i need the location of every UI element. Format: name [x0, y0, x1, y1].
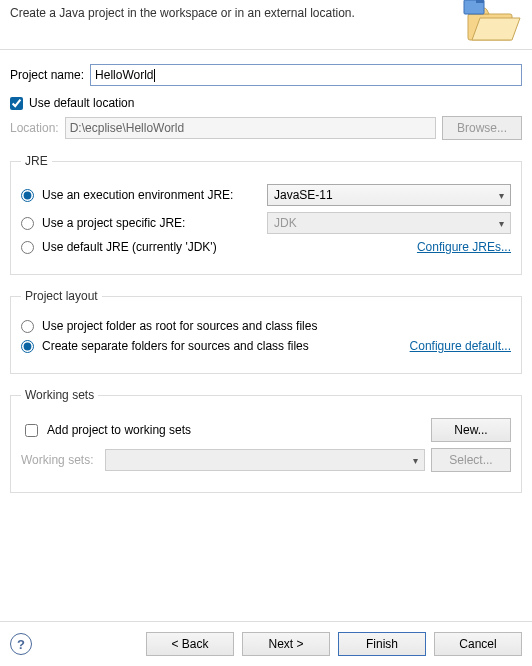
project-name-label: Project name: [10, 68, 84, 82]
browse-button: Browse... [442, 116, 522, 140]
jre-legend: JRE [21, 154, 52, 168]
wizard-header: Create a Java project in the workspace o… [0, 0, 532, 50]
layout-separate-radio[interactable] [21, 340, 34, 353]
select-working-set-button: Select... [431, 448, 511, 472]
jre-exec-env-label: Use an execution environment JRE: [42, 188, 233, 202]
location-row: Location: Browse... [10, 116, 522, 140]
working-sets-combo: ▾ [105, 449, 425, 471]
jre-exec-env-combo[interactable]: JavaSE-11 ▾ [267, 184, 511, 206]
jre-project-specific-radio[interactable] [21, 217, 34, 230]
location-input [65, 117, 436, 139]
jre-default-row: Use default JRE (currently 'JDK') Config… [21, 240, 511, 254]
new-working-set-button[interactable]: New... [431, 418, 511, 442]
project-layout-group: Project layout Use project folder as roo… [10, 289, 522, 374]
jre-default-label: Use default JRE (currently 'JDK') [42, 240, 217, 254]
layout-separate-row: Create separate folders for sources and … [21, 339, 511, 353]
next-button[interactable]: Next > [242, 632, 330, 656]
add-to-working-sets-label: Add project to working sets [47, 423, 425, 437]
text-cursor [154, 69, 155, 82]
working-sets-select-row: Working sets: ▾ Select... [21, 448, 511, 472]
add-to-working-sets-checkbox[interactable] [25, 424, 38, 437]
svg-rect-2 [476, 0, 484, 3]
jre-group: JRE Use an execution environment JRE: Ja… [10, 154, 522, 275]
working-sets-group: Working sets Add project to working sets… [10, 388, 522, 493]
project-name-input[interactable]: HelloWorld [90, 64, 522, 86]
chevron-down-icon: ▾ [499, 218, 504, 229]
configure-jres-link[interactable]: Configure JREs... [417, 240, 511, 254]
back-button[interactable]: < Back [146, 632, 234, 656]
cancel-button[interactable]: Cancel [434, 632, 522, 656]
project-name-row: Project name: HelloWorld [10, 64, 522, 86]
layout-root-row: Use project folder as root for sources a… [21, 319, 511, 333]
jre-exec-env-radio[interactable] [21, 189, 34, 202]
jre-project-specific-row: Use a project specific JRE: JDK ▾ [21, 212, 511, 234]
help-icon[interactable]: ? [10, 633, 32, 655]
use-default-location-checkbox[interactable]: Use default location [10, 96, 522, 110]
chevron-down-icon: ▾ [413, 455, 418, 466]
wizard-footer: ? < Back Next > Finish Cancel [0, 621, 532, 666]
jre-project-specific-label: Use a project specific JRE: [42, 216, 185, 230]
location-label: Location: [10, 121, 59, 135]
add-to-working-sets-row: Add project to working sets New... [21, 418, 511, 442]
project-layout-legend: Project layout [21, 289, 102, 303]
finish-button[interactable]: Finish [338, 632, 426, 656]
use-default-checkbox-input[interactable] [10, 97, 23, 110]
folder-icon [462, 0, 522, 46]
working-sets-label: Working sets: [21, 453, 93, 467]
working-sets-legend: Working sets [21, 388, 98, 402]
configure-default-link[interactable]: Configure default... [410, 339, 511, 353]
layout-root-radio[interactable] [21, 320, 34, 333]
jre-exec-env-row: Use an execution environment JRE: JavaSE… [21, 184, 511, 206]
use-default-label: Use default location [29, 96, 134, 110]
wizard-subtitle: Create a Java project in the workspace o… [10, 4, 355, 20]
layout-root-label: Use project folder as root for sources a… [42, 319, 317, 333]
wizard-body: Project name: HelloWorld Use default loc… [0, 50, 532, 503]
layout-separate-label: Create separate folders for sources and … [42, 339, 309, 353]
jre-project-specific-combo: JDK ▾ [267, 212, 511, 234]
chevron-down-icon: ▾ [499, 190, 504, 201]
jre-default-radio[interactable] [21, 241, 34, 254]
